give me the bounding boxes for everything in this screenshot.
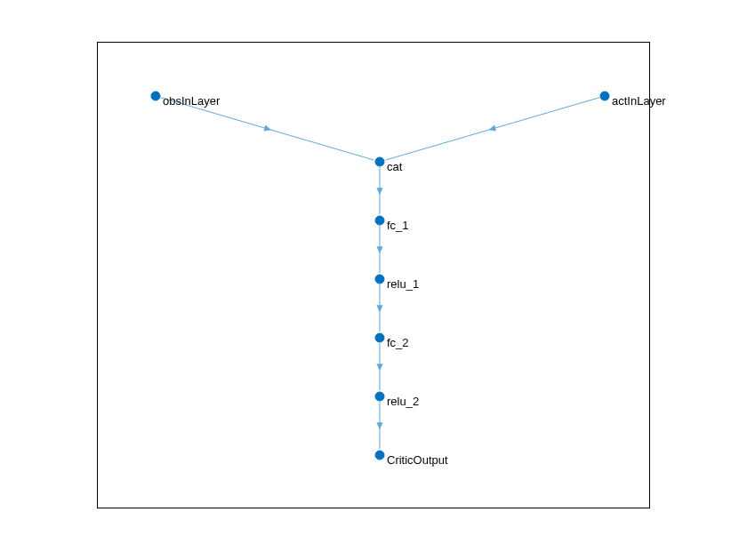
node-fc_1	[375, 216, 384, 225]
node-fc_2	[375, 333, 384, 342]
node-actInLayer	[600, 92, 609, 100]
edge-arrow-icon	[376, 305, 382, 312]
node-label-relu_2: relu_2	[387, 395, 419, 408]
edge-arrow-icon	[376, 422, 382, 429]
node-label-CriticOutput: CriticOutput	[387, 453, 448, 467]
node-label-relu_1: relu_1	[387, 277, 419, 291]
figure-canvas: obsInLayeractInLayercatfc_1relu_1fc_2rel…	[0, 0, 747, 560]
node-cat	[375, 157, 384, 166]
node-relu_2	[375, 392, 384, 401]
node-CriticOutput	[375, 451, 384, 460]
edge-arrow-icon	[263, 125, 271, 132]
edge-arrow-icon	[488, 125, 496, 132]
network-graph: obsInLayeractInLayercatfc_1relu_1fc_2rel…	[0, 0, 747, 560]
node-relu_1	[375, 275, 384, 284]
node-label-fc_2: fc_2	[387, 336, 409, 349]
edge-arrow-icon	[376, 188, 382, 195]
edge-arrow-icon	[376, 364, 382, 371]
node-label-obsInLayer: obsInLayer	[163, 94, 221, 108]
node-label-actInLayer: actInLayer	[612, 94, 666, 108]
edge-arrow-icon	[376, 246, 382, 253]
node-label-fc_1: fc_1	[387, 219, 409, 232]
node-label-cat: cat	[387, 160, 403, 173]
node-obsInLayer	[151, 92, 160, 100]
